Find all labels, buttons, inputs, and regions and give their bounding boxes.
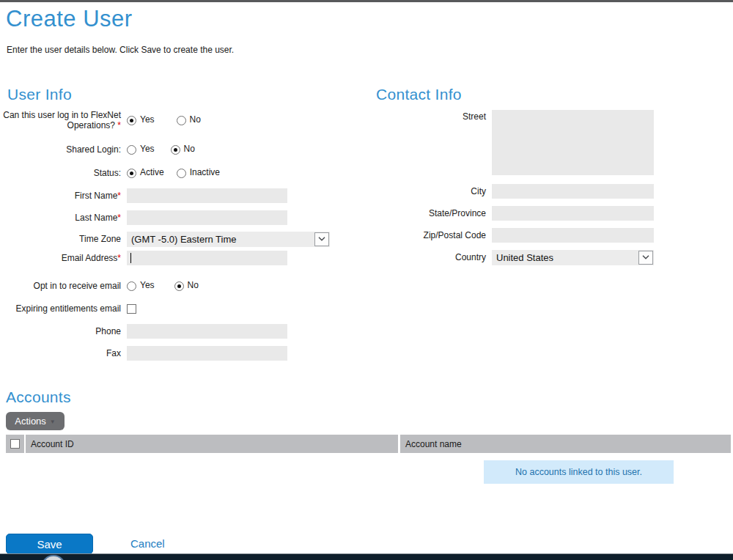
status-active-option: Active [127, 168, 164, 178]
status-inactive-radio[interactable] [177, 169, 186, 178]
login-row: Can this user log in to FlexNet Operatio… [0, 109, 337, 131]
fax-row: Fax [0, 345, 337, 361]
chevron-down-icon[interactable] [638, 251, 653, 265]
last-name-label: Last Name* [0, 213, 121, 223]
required-asterisk: * [115, 120, 121, 130]
radio-dot-icon [177, 284, 181, 288]
time-zone-value: (GMT -5.0) Eastern Time [131, 234, 237, 245]
city-field[interactable] [492, 184, 654, 199]
last-name-label-text: Last Name [75, 213, 117, 223]
phone-label: Phone [0, 326, 121, 336]
login-options: Yes No [127, 115, 201, 125]
street-field[interactable] [492, 110, 654, 175]
opt-in-no-label: No [188, 280, 199, 290]
shared-login-yes-label: Yes [140, 144, 155, 154]
first-name-label: First Name* [0, 191, 121, 201]
expiring-email-checkbox[interactable] [127, 304, 136, 314]
accounts-heading: Accounts [6, 388, 71, 406]
country-value: United States [496, 252, 553, 263]
account-id-column-header[interactable]: Account ID [26, 435, 398, 453]
status-active-label: Active [140, 167, 164, 177]
time-zone-row: Time Zone (GMT -5.0) Eastern Time [0, 231, 337, 247]
opt-in-yes-label: Yes [140, 280, 155, 290]
shared-login-no-option: No [171, 144, 195, 155]
opt-in-row: Opt in to receive email Yes No [0, 280, 337, 292]
shared-login-no-label: No [184, 144, 195, 154]
window-top-bar [0, 0, 733, 2]
page-title: Create User [6, 6, 133, 32]
phone-field[interactable] [127, 324, 287, 339]
required-asterisk: * [117, 191, 121, 201]
fax-label: Fax [0, 348, 121, 358]
state-field[interactable] [492, 206, 654, 221]
shared-login-yes-option: Yes [127, 144, 155, 155]
status-row: Status: Active Inactive [0, 167, 337, 179]
user-info-heading: User Info [7, 86, 72, 103]
opt-in-options: Yes No [127, 281, 199, 291]
fax-field[interactable] [127, 346, 287, 361]
street-label: Street [365, 110, 486, 122]
page-subtitle: Enter the user details below. Click Save… [7, 45, 234, 55]
zip-field[interactable] [492, 228, 654, 243]
city-row: City [365, 183, 710, 199]
country-label: Country [365, 252, 486, 262]
opt-in-yes-radio[interactable] [127, 281, 136, 291]
country-row: Country United States [365, 249, 710, 265]
email-row: Email Address* [0, 250, 337, 265]
select-all-cell [6, 435, 24, 453]
shared-login-row: Shared Login: Yes No [0, 144, 337, 155]
opt-in-no-option: No [174, 281, 199, 291]
email-label-text: Email Address [62, 253, 118, 263]
login-no-radio[interactable] [177, 116, 186, 125]
shared-login-label: Shared Login: [0, 144, 121, 155]
cancel-link[interactable]: Cancel [130, 537, 165, 550]
first-name-row: First Name* [0, 188, 337, 203]
street-row: Street [365, 110, 710, 175]
status-label: Status: [0, 168, 121, 178]
status-inactive-option: Inactive [177, 168, 220, 178]
chevron-down-icon[interactable] [314, 232, 329, 246]
required-asterisk: * [117, 213, 121, 223]
shared-login-no-radio[interactable] [171, 145, 180, 155]
state-row: State/Province [365, 205, 710, 221]
city-label: City [365, 186, 486, 196]
create-user-page: Create User Enter the user details below… [0, 0, 733, 560]
email-field[interactable] [127, 251, 287, 265]
login-label: Can this user log in to FlexNet Operatio… [0, 110, 121, 130]
login-yes-option: Yes [127, 115, 155, 125]
first-name-field[interactable] [127, 188, 287, 203]
time-zone-label: Time Zone [0, 234, 121, 244]
last-name-field[interactable] [127, 210, 287, 225]
account-name-column-header[interactable]: Account name [400, 435, 731, 453]
login-yes-radio[interactable] [127, 116, 136, 125]
login-yes-label: Yes [140, 114, 155, 125]
time-zone-select[interactable]: (GMT -5.0) Eastern Time [127, 232, 330, 247]
phone-row: Phone [0, 323, 337, 339]
zip-row: Zip/Postal Code [365, 227, 710, 243]
radio-dot-icon [130, 119, 133, 122]
opt-in-label: Opt in to receive email [0, 281, 121, 291]
login-no-option: No [177, 115, 201, 125]
status-inactive-label: Inactive [190, 167, 220, 177]
email-label: Email Address* [0, 253, 121, 263]
opt-in-yes-option: Yes [127, 281, 155, 291]
caret-down-icon: ▼ [50, 419, 56, 425]
last-name-row: Last Name* [0, 210, 337, 225]
opt-in-no-radio[interactable] [174, 281, 184, 291]
status-active-radio[interactable] [127, 169, 136, 178]
state-label: State/Province [365, 208, 486, 218]
actions-button[interactable]: Actions ▼ [6, 412, 65, 430]
radio-dot-icon [130, 172, 133, 175]
text-cursor [130, 253, 131, 263]
accounts-table-header: Account ID Account name [6, 435, 731, 453]
first-name-label-text: First Name [75, 191, 118, 201]
shared-login-yes-radio[interactable] [127, 145, 136, 155]
no-accounts-message: No accounts linked to this user. [484, 460, 674, 484]
zip-label: Zip/Postal Code [365, 230, 486, 240]
login-no-label: No [190, 114, 201, 125]
actions-button-label: Actions [15, 416, 46, 427]
contact-info-heading: Contact Info [376, 86, 462, 103]
country-select[interactable]: United States [492, 250, 654, 265]
select-all-checkbox[interactable] [10, 439, 20, 449]
save-button[interactable]: Save [6, 534, 93, 554]
